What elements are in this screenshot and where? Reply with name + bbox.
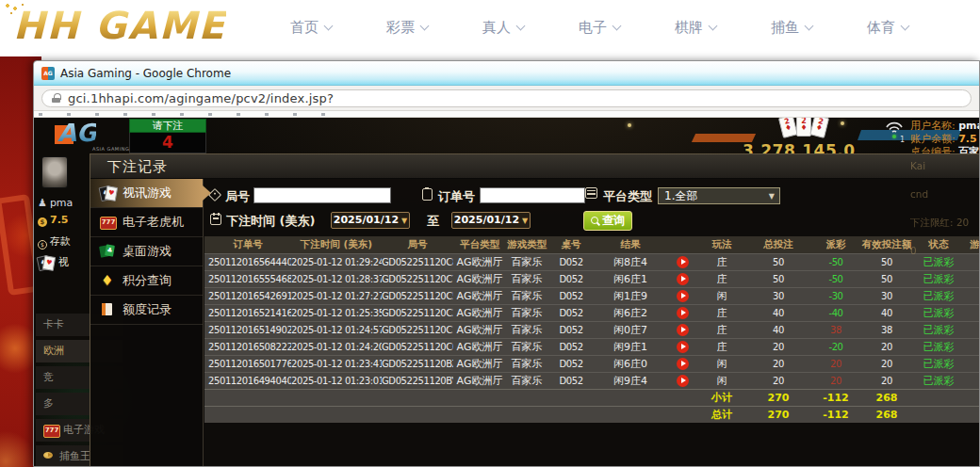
cell-payout: -20 <box>811 338 860 355</box>
window-titlebar[interactable]: AG Asia Gaming - Google Chrome <box>34 61 979 86</box>
deposit-button[interactable]: $存款 <box>38 234 71 250</box>
cell-replay <box>666 270 698 287</box>
nav-item-4[interactable]: 电子 <box>579 19 620 37</box>
dimmed-info-row: Kai <box>910 159 979 172</box>
column-header-2: 下注时间 (美东) <box>291 236 382 253</box>
cell-order: 250112016494040 <box>204 372 291 389</box>
cell-status: 已派彩 <box>913 321 964 338</box>
bookmarks-strip <box>34 111 979 118</box>
countdown-number: 4 <box>129 133 206 153</box>
order-input[interactable] <box>480 187 585 203</box>
cell-empty <box>666 389 698 406</box>
cell-valid: 20 <box>860 355 913 372</box>
total-row: 总计270-112268 <box>204 406 979 423</box>
column-header-1: 订单号 <box>204 236 291 253</box>
nav-item-3[interactable]: 真人 <box>482 19 524 37</box>
table-row: 2501120165214162025-01-12 01:25:35GD0522… <box>204 304 979 321</box>
video-games-shortcut[interactable]: 视 <box>38 255 69 269</box>
playing-card: 2♦ <box>809 118 829 138</box>
cell-time: 2025-01-12 01:23:41 <box>291 355 382 372</box>
user-panel-row: 用户名称: pma <box>910 120 979 133</box>
cell-extra <box>964 287 979 304</box>
cell-platform: AG欧洲厅 <box>453 355 506 372</box>
cell-extra <box>964 304 979 321</box>
cell-empty <box>204 406 291 423</box>
replay-button[interactable] <box>677 273 689 285</box>
cell-round: GD052251120C5 <box>382 287 453 304</box>
cell-payout: -50 <box>811 270 860 287</box>
replay-button[interactable] <box>677 341 689 353</box>
cell-order: 250112016508222 <box>204 338 291 355</box>
address-bar[interactable]: gci.1hhapi.com/agingame/pcv2/index.jsp? <box>41 89 972 107</box>
replay-button[interactable] <box>677 358 689 370</box>
cell-platform: AG欧洲厅 <box>453 338 506 355</box>
cell-bet-sum: 270 <box>745 389 811 406</box>
cell-status: 已派彩 <box>913 355 964 372</box>
playing-card: 2♦ <box>778 118 798 138</box>
table-row: 2501120165149022025-01-12 01:24:57GD0522… <box>204 321 979 338</box>
cards-icon <box>38 256 54 269</box>
column-header-3: 局号 <box>382 236 453 253</box>
cell-bet: 20 <box>745 338 811 355</box>
cell-result: 闲6庄1 <box>595 270 666 287</box>
replay-button[interactable] <box>677 307 689 319</box>
column-header-11: 派彩 <box>811 236 860 253</box>
date-from-select[interactable]: 2025/01/12▼ <box>331 212 410 229</box>
nav-item-6[interactable]: 捕鱼 <box>771 19 812 37</box>
cell-valid: 20 <box>860 338 913 355</box>
game-area: AG ASIA GAMING 请下注 4 2♦2♦2♦ 3,278,145.0 <box>34 118 979 467</box>
records-table-wrap: 订单号下注时间 (美东)局号平台类型游戏类型桌号结果玩法总投注派彩有效投注额状态… <box>204 236 979 423</box>
cell-payout-sum: -112 <box>811 389 860 406</box>
cell-replay <box>666 355 698 372</box>
modal-tab-4[interactable]: 积分查询 <box>90 266 203 296</box>
cell-game-type: 百家乐 <box>506 355 547 372</box>
nav-item-1[interactable]: 首页 <box>290 19 332 37</box>
replay-button[interactable] <box>677 256 689 268</box>
cell-extra <box>964 372 979 389</box>
online-dot <box>892 135 896 138</box>
scene-light <box>841 121 844 125</box>
replay-button[interactable] <box>677 290 689 302</box>
modal-tab-3[interactable]: 桌面游戏 <box>90 237 203 266</box>
cell-play: 庄 <box>698 304 745 321</box>
cell-empty <box>547 389 595 406</box>
cell-platform: AG欧洲厅 <box>453 270 506 287</box>
cell-valid: 30 <box>860 287 913 304</box>
cell-table: D052 <box>547 355 595 372</box>
nav-item-2[interactable]: 彩票 <box>386 19 428 37</box>
table-row: 2501120164940402025-01-12 01:23:01GD0522… <box>204 372 979 389</box>
cell-result: 闲6庄0 <box>595 355 666 372</box>
date-to-select[interactable]: 2025/01/12▼ <box>451 212 531 229</box>
ag-logo-text: AG <box>57 119 96 147</box>
nav-item-5[interactable]: 棋牌 <box>675 19 716 37</box>
cell-play: 闲 <box>698 355 745 372</box>
column-header-8 <box>666 236 698 253</box>
cell-result: 闲8庄4 <box>595 253 666 270</box>
cell-bet: 40 <box>745 321 811 338</box>
replay-button[interactable] <box>677 375 689 387</box>
nav-item-7[interactable]: 体育 <box>867 19 908 37</box>
cell-game-type: 百家乐 <box>506 338 547 355</box>
cell-platform: AG欧洲厅 <box>453 304 506 321</box>
cell-round: GD052251120BZ <box>382 355 453 372</box>
cell-valid: 38 <box>860 321 913 338</box>
nav-label: 体育 <box>867 19 895 37</box>
cell-order: 250112016514902 <box>204 321 291 338</box>
user-panel-row: 账户余额: 7.5 <box>910 133 979 146</box>
cell-empty <box>913 389 964 406</box>
cell-empty <box>964 406 979 423</box>
site-nav: 首页彩票真人电子棋牌捕鱼体育 <box>290 19 908 37</box>
cell-time: 2025-01-12 01:27:27 <box>291 287 382 304</box>
dropdown-arrow-icon: ▼ <box>522 217 528 225</box>
modal-tab-5[interactable]: 额度记录 <box>90 296 203 325</box>
bookmark-dashes <box>39 113 333 116</box>
cell-empty <box>666 406 698 423</box>
replay-button[interactable] <box>677 324 689 336</box>
cell-status: 已派彩 <box>913 270 964 287</box>
platform-select[interactable]: 1.全部 ▼ <box>658 187 780 204</box>
column-header-6: 桌号 <box>547 236 595 253</box>
search-button[interactable]: 查询 <box>583 211 632 231</box>
cell-payout: 20 <box>811 355 860 372</box>
order-filter-label: 订单号 <box>438 188 475 205</box>
round-input[interactable] <box>253 187 391 203</box>
